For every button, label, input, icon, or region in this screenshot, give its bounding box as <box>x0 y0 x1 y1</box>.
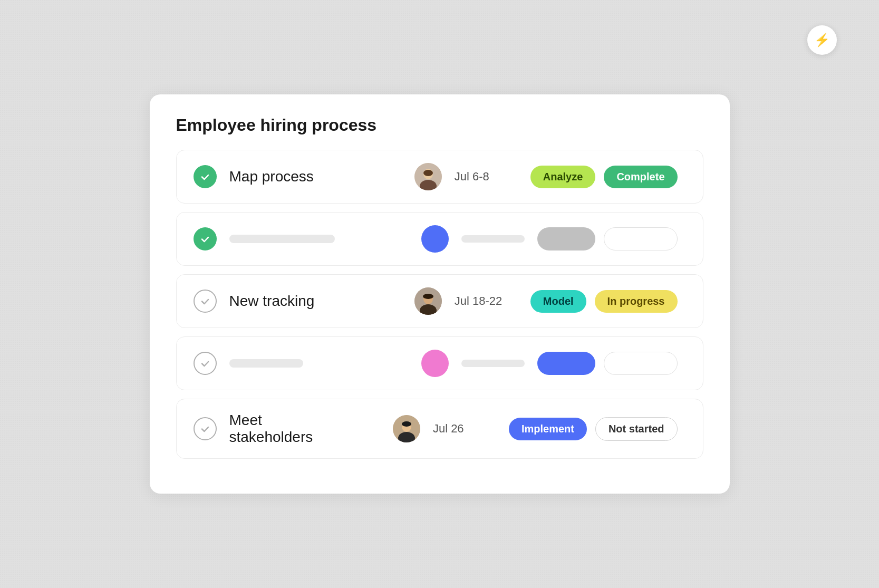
tag-placeholder-outline <box>604 352 678 375</box>
task-row-placeholder <box>176 212 703 266</box>
placeholder-bar <box>229 235 335 243</box>
check-outline-icon <box>194 417 217 440</box>
tag-in-progress[interactable]: In progress <box>595 290 678 313</box>
svg-point-11 <box>402 421 411 427</box>
svg-point-7 <box>423 294 433 299</box>
avatar <box>414 163 442 190</box>
task-row-placeholder <box>176 336 703 390</box>
date-placeholder <box>461 360 525 367</box>
lightning-icon: ⚡ <box>814 33 830 47</box>
tag-placeholder-blue <box>537 352 595 375</box>
avatar <box>393 415 420 442</box>
date: Jul 18-22 <box>455 294 518 308</box>
task-row[interactable]: Meet stakeholders Jul 26 Implement Not s… <box>176 399 703 459</box>
tag-placeholder-outline <box>604 227 678 250</box>
avatar-placeholder <box>421 350 449 377</box>
tag-analyze[interactable]: Analyze <box>530 166 596 188</box>
check-complete-icon <box>194 165 217 188</box>
task-row[interactable]: New tracking Jul 18-22 Model In progress <box>176 274 703 328</box>
check-outline-icon <box>194 352 217 375</box>
lightning-button[interactable]: ⚡ <box>807 25 837 55</box>
tag-not-started[interactable]: Not started <box>595 417 678 441</box>
avatar-placeholder <box>421 225 449 253</box>
tag-complete[interactable]: Complete <box>604 166 677 188</box>
task-name: New tracking <box>229 293 345 310</box>
svg-point-3 <box>423 170 433 176</box>
tag-model[interactable]: Model <box>530 290 586 313</box>
tag-implement[interactable]: Implement <box>509 418 587 440</box>
task-row[interactable]: Map process Jul 6-8 Analyze Complete <box>176 150 703 204</box>
task-name: Meet stakeholders <box>229 412 345 446</box>
avatar <box>414 287 442 315</box>
check-complete-icon <box>194 227 217 250</box>
date: Jul 26 <box>433 422 496 436</box>
date-placeholder <box>461 235 525 243</box>
main-card: Employee hiring process Map process Jul … <box>150 94 730 494</box>
tag-placeholder-gray <box>537 227 595 250</box>
check-outline-icon <box>194 290 217 313</box>
page-title: Employee hiring process <box>176 115 703 135</box>
date: Jul 6-8 <box>455 170 518 184</box>
task-name: Map process <box>229 168 345 185</box>
placeholder-bar <box>229 359 303 368</box>
